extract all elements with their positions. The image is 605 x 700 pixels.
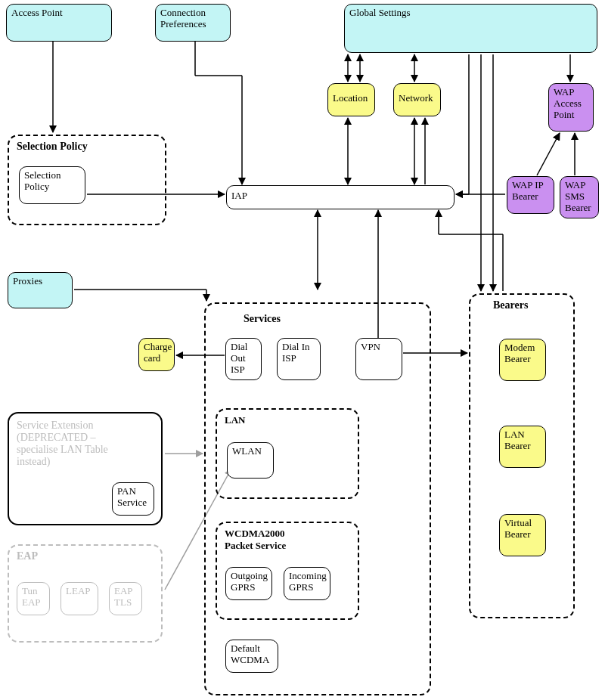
node-virtual-bearer: Virtual Bearer	[499, 514, 546, 556]
label: Modem Bearer	[504, 342, 535, 364]
label: WAP Access Point	[554, 86, 582, 120]
label: Charge card	[144, 341, 172, 364]
node-tun-eap: Tun EAP	[17, 582, 50, 615]
label: LAN Bearer	[504, 429, 531, 451]
label: EAP TLS	[114, 585, 133, 608]
label: Tun EAP	[22, 585, 41, 608]
svg-line-21	[537, 133, 560, 175]
label: Location	[333, 92, 368, 104]
node-leap: LEAP	[60, 582, 98, 615]
label: Global Settings	[349, 7, 411, 18]
node-charge-card: Charge card	[138, 338, 175, 371]
node-iap: IAP	[226, 185, 455, 209]
label: WAP SMS Bearer	[565, 179, 591, 213]
node-eap-tls: EAP TLS	[109, 582, 142, 615]
group-title: EAP	[17, 550, 154, 562]
node-incoming-gprs: Incoming GPRS	[284, 567, 330, 600]
group-title: Service Extension (DEPRECATED – speciali…	[17, 420, 154, 468]
node-global-settings: Global Settings	[344, 4, 597, 53]
node-network: Network	[393, 83, 441, 116]
label: Virtual Bearer	[504, 517, 532, 540]
label: Dial In ISP	[282, 341, 309, 364]
node-wap-access-point: WAP Access Point	[548, 83, 594, 132]
node-default-wcdma: Default WCDMA	[225, 640, 278, 673]
node-connection-preferences: Connection Preferences	[155, 4, 231, 42]
label: Network	[399, 92, 433, 104]
label: Proxies	[13, 275, 42, 287]
label: Incoming GPRS	[289, 570, 327, 593]
label: VPN	[361, 341, 380, 352]
label: PAN Service	[117, 485, 147, 508]
node-selection-policy: Selection Policy	[19, 166, 85, 204]
node-dial-out-isp: Dial Out ISP	[225, 338, 262, 380]
node-vpn: VPN	[355, 338, 402, 380]
label: Dial Out ISP	[231, 341, 247, 375]
group-title: Selection Policy	[17, 141, 157, 153]
node-location: Location	[327, 83, 375, 116]
label: Access Point	[11, 7, 63, 18]
label: WLAN	[232, 445, 262, 457]
label: Selection Policy	[24, 169, 60, 192]
node-wap-ip-bearer: WAP IP Bearer	[507, 176, 554, 214]
group-title: Services	[244, 313, 422, 325]
node-access-point: Access Point	[6, 4, 112, 42]
node-dial-in-isp: Dial In ISP	[277, 338, 321, 380]
label: Default WCDMA	[231, 643, 269, 665]
node-modem-bearer: Modem Bearer	[499, 339, 546, 381]
node-proxies: Proxies	[8, 272, 73, 308]
label: LEAP	[66, 585, 91, 596]
label: IAP	[231, 190, 247, 201]
label: Connection Preferences	[160, 7, 206, 29]
node-wap-sms-bearer: WAP SMS Bearer	[560, 176, 599, 218]
node-wlan: WLAN	[227, 442, 274, 479]
group-title: Bearers	[493, 299, 566, 311]
group-title: LAN	[225, 414, 350, 426]
group-title: WCDMA2000 Packet Service	[225, 528, 350, 552]
node-lan-bearer: LAN Bearer	[499, 426, 546, 468]
label: WAP IP Bearer	[512, 179, 544, 202]
node-outgoing-gprs: Outgoing GPRS	[225, 567, 272, 600]
label: Outgoing GPRS	[231, 570, 268, 593]
node-pan-service: PAN Service	[112, 482, 154, 516]
